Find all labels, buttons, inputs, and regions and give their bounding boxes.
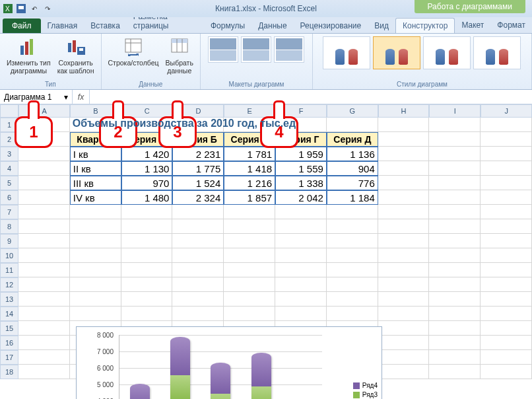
- row-header[interactable]: 7: [0, 205, 18, 219]
- cell[interactable]: [481, 248, 532, 263]
- cell[interactable]: [378, 118, 430, 132]
- cell[interactable]: [481, 365, 532, 379]
- style-thumb[interactable]: [373, 36, 420, 69]
- cell[interactable]: 2 324: [172, 190, 224, 205]
- cell[interactable]: [378, 176, 430, 190]
- cell[interactable]: [378, 365, 430, 379]
- column-header[interactable]: I: [429, 104, 481, 118]
- cell[interactable]: [327, 248, 378, 263]
- cell[interactable]: [224, 248, 275, 263]
- row-header[interactable]: 16: [0, 336, 18, 350]
- cell[interactable]: [481, 321, 532, 336]
- cell[interactable]: 1 524: [172, 176, 224, 190]
- cell[interactable]: [121, 248, 173, 263]
- cell[interactable]: [224, 307, 275, 321]
- cell[interactable]: Серия Г: [275, 132, 327, 147]
- cell[interactable]: 1 184: [327, 190, 378, 205]
- cell[interactable]: [275, 248, 327, 263]
- row-header[interactable]: 5: [0, 176, 18, 190]
- cell[interactable]: [481, 219, 532, 234]
- cell[interactable]: [224, 219, 275, 234]
- cell[interactable]: [327, 307, 378, 321]
- cell[interactable]: IV кв: [70, 190, 121, 205]
- save-as-template-button[interactable]: Сохранить как шаблон: [55, 35, 97, 79]
- cell[interactable]: [275, 263, 327, 277]
- cell[interactable]: [275, 118, 327, 132]
- cell[interactable]: [18, 161, 70, 176]
- cell[interactable]: [378, 234, 430, 248]
- tab-home[interactable]: Главная: [41, 18, 84, 33]
- cell[interactable]: [121, 234, 173, 248]
- cell[interactable]: [429, 277, 481, 292]
- cell[interactable]: [70, 263, 121, 277]
- tab-formulas[interactable]: Формулы: [204, 18, 251, 33]
- cell[interactable]: [224, 263, 275, 277]
- cell[interactable]: [378, 350, 430, 365]
- cell[interactable]: [121, 205, 173, 219]
- column-header[interactable]: E: [224, 104, 275, 118]
- column-header[interactable]: J: [481, 104, 532, 118]
- cell[interactable]: [378, 277, 430, 292]
- cell[interactable]: [378, 132, 430, 147]
- column-header[interactable]: F: [275, 104, 327, 118]
- cell[interactable]: [429, 147, 481, 161]
- cell[interactable]: [429, 321, 481, 336]
- column-header[interactable]: A: [18, 104, 70, 118]
- layout-thumb[interactable]: [241, 36, 271, 63]
- cell[interactable]: Квартал: [70, 132, 121, 147]
- cell[interactable]: [18, 205, 70, 219]
- file-tab[interactable]: Файл: [3, 18, 41, 33]
- switch-row-column-button[interactable]: Строка/столбец: [106, 35, 162, 79]
- cell[interactable]: [172, 248, 224, 263]
- row-header[interactable]: 6: [0, 190, 18, 205]
- cell[interactable]: [378, 248, 430, 263]
- cell[interactable]: [18, 176, 70, 190]
- row-header[interactable]: 8: [0, 219, 18, 234]
- cell[interactable]: [429, 263, 481, 277]
- column-header[interactable]: D: [173, 104, 224, 118]
- cell[interactable]: [70, 292, 121, 307]
- cell[interactable]: [70, 234, 121, 248]
- row-header[interactable]: 11: [0, 263, 18, 277]
- cell[interactable]: [172, 234, 224, 248]
- cell[interactable]: II кв: [70, 161, 121, 176]
- cell[interactable]: [378, 161, 430, 176]
- cell[interactable]: [224, 292, 275, 307]
- cell[interactable]: [18, 365, 70, 379]
- cell[interactable]: [429, 234, 481, 248]
- cell[interactable]: 1 857: [224, 190, 275, 205]
- cell[interactable]: [70, 307, 121, 321]
- cell[interactable]: [18, 350, 70, 365]
- cell[interactable]: [327, 234, 378, 248]
- cell[interactable]: [18, 321, 70, 336]
- spreadsheet-grid[interactable]: ABCDEFGHIJ 12КварталСерия АСерия БСерия …: [0, 104, 532, 379]
- row-header[interactable]: 14: [0, 307, 18, 321]
- cell[interactable]: [224, 277, 275, 292]
- cell[interactable]: [327, 277, 378, 292]
- cell[interactable]: [70, 219, 121, 234]
- cell[interactable]: [481, 132, 532, 147]
- cell[interactable]: 1 338: [275, 176, 327, 190]
- cell[interactable]: Серия В: [224, 132, 275, 147]
- row-header[interactable]: 10: [0, 248, 18, 263]
- row-header[interactable]: 1: [0, 118, 18, 132]
- cell[interactable]: [378, 292, 430, 307]
- cell[interactable]: [429, 292, 481, 307]
- formula-input[interactable]: [90, 90, 532, 104]
- tab-design[interactable]: Конструктор: [395, 18, 455, 33]
- row-header[interactable]: 2: [0, 132, 18, 147]
- cell[interactable]: 1 136: [327, 147, 378, 161]
- cell[interactable]: 2 231: [172, 147, 224, 161]
- tab-view[interactable]: Вид: [368, 18, 395, 33]
- style-thumb[interactable]: [423, 36, 471, 69]
- cell[interactable]: [224, 234, 275, 248]
- cell[interactable]: 1 781: [224, 147, 275, 161]
- cell[interactable]: [18, 307, 70, 321]
- cell[interactable]: [481, 263, 532, 277]
- cell[interactable]: [481, 277, 532, 292]
- cell[interactable]: [378, 321, 430, 336]
- cell[interactable]: [327, 263, 378, 277]
- cell[interactable]: [18, 132, 70, 147]
- cell[interactable]: [481, 336, 532, 350]
- row-header[interactable]: 12: [0, 277, 18, 292]
